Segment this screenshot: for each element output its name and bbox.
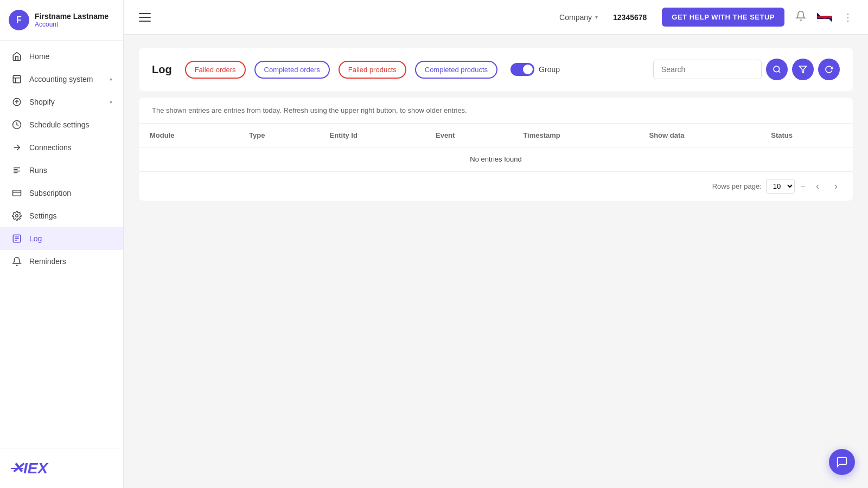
rows-per-page-select[interactable]: 10 25 50 [766,179,795,194]
col-type: Type [238,124,319,147]
filter-failed-orders[interactable]: Failed orders [185,61,246,79]
page-title: Log [152,63,172,76]
chevron-down-icon: ▾ [110,76,112,82]
search-input[interactable] [653,60,762,79]
sidebar-item-label: Subscription [29,189,112,197]
group-toggle-switch[interactable] [510,63,534,76]
sidebar-item-connections[interactable]: Connections [0,136,123,159]
svg-point-17 [774,66,780,72]
sidebar-logo: ✕IEX [0,448,123,488]
page-range: – [801,182,805,190]
pagination-bar: Rows per page: 10 25 50 – ‹ › [139,171,853,201]
rows-per-page-label: Rows per page: [712,182,762,190]
next-page-button[interactable]: › [830,178,842,194]
chevron-down-icon: ▾ [595,14,598,20]
user-name: Firstname Lastname [35,12,108,21]
log-header: Log Failed orders Completed orders Faile… [139,48,853,91]
sidebar-item-subscription[interactable]: Subscription [0,182,123,204]
col-timestamp: Timestamp [512,124,638,147]
prev-page-button[interactable]: ‹ [812,178,824,194]
notification-button[interactable] [793,8,808,26]
sidebar-item-accounting-system[interactable]: Accounting system ▾ [0,68,123,91]
subscription-icon [11,187,23,199]
filter-button[interactable] [792,59,814,80]
svg-rect-10 [13,190,21,196]
page-content: Log Failed orders Completed orders Faile… [124,35,868,488]
sidebar-item-label: Home [29,52,112,61]
search-button[interactable] [766,59,788,80]
col-entity-id: Entity Id [319,124,425,147]
search-container [653,59,840,80]
sidebar-item-label: Log [29,234,112,243]
avatar: F [9,10,29,30]
svg-point-12 [16,215,18,217]
sidebar-item-label: Shopify [29,98,110,106]
col-status: Status [760,124,853,147]
sidebar-item-label: Connections [29,143,112,152]
language-flag[interactable] [817,12,832,22]
user-info: Firstname Lastname Account [35,12,108,28]
company-selector[interactable]: Company ▾ [559,13,598,22]
empty-message: No entries found [139,147,853,171]
home-icon [11,50,23,62]
sidebar-item-settings[interactable]: Settings [0,204,123,227]
shopify-icon [11,96,23,108]
col-event: Event [425,124,512,147]
refresh-button[interactable] [818,59,840,80]
sidebar-nav: Home Accounting system ▾ Shopify ▾ Sched… [0,41,123,448]
more-options-button[interactable]: ⋮ [841,9,855,25]
sidebar: F Firstname Lastname Account Home Accoun… [0,0,124,488]
chat-widget[interactable] [829,449,855,475]
sidebar-item-schedule-settings[interactable]: Schedule settings [0,113,123,136]
rows-per-page: Rows per page: 10 25 50 [712,179,795,194]
sidebar-item-home[interactable]: Home [0,45,123,68]
log-table-container: The shown entries are entries from today… [139,98,853,201]
filter-completed-products[interactable]: Completed products [415,61,497,79]
building-icon [11,73,23,85]
info-bar: The shown entries are entries from today… [139,98,853,124]
sidebar-item-label: Settings [29,211,112,220]
runs-icon [11,164,23,176]
sidebar-item-shopify[interactable]: Shopify ▾ [0,91,123,113]
table-empty-row: No entries found [139,147,853,171]
filter-completed-orders[interactable]: Completed orders [254,61,330,79]
log-icon [11,233,23,245]
col-show-data: Show data [638,124,760,147]
sidebar-item-label: Schedule settings [29,120,112,129]
table-header: Module Type Entity Id Event Timestamp Sh… [139,124,853,147]
sidebar-item-label: Reminders [29,257,112,266]
col-module: Module [139,124,238,147]
connections-icon [11,142,23,153]
sidebar-item-log[interactable]: Log [0,227,123,250]
group-label: Group [539,65,560,74]
main-content: Company ▾ 12345678 GET HELP WITH THE SET… [124,0,868,488]
chevron-down-icon: ▾ [110,99,112,105]
topbar: Company ▾ 12345678 GET HELP WITH THE SET… [124,0,868,35]
settings-icon [11,210,23,222]
log-table: Module Type Entity Id Event Timestamp Sh… [139,124,853,171]
filter-failed-products[interactable]: Failed products [339,61,406,79]
logo-text: ✕IEX [11,460,48,477]
company-label: Company [559,13,592,22]
sidebar-item-label: Runs [29,166,112,175]
sidebar-item-reminders[interactable]: Reminders [0,250,123,273]
get-help-button[interactable]: GET HELP WITH THE SETUP [662,8,784,27]
account-id: 12345678 [613,13,647,22]
user-account[interactable]: Account [35,21,108,28]
table-body: No entries found [139,147,853,171]
sidebar-user: F Firstname Lastname Account [0,0,123,41]
group-toggle: Group [510,63,560,76]
clock-icon [11,119,23,131]
bell-icon [11,255,23,267]
svg-rect-0 [13,75,21,83]
svg-marker-19 [799,66,806,73]
sidebar-item-label: Accounting system [29,75,110,84]
hamburger-button[interactable] [137,11,153,24]
svg-line-18 [778,71,780,73]
sidebar-item-runs[interactable]: Runs [0,159,123,182]
